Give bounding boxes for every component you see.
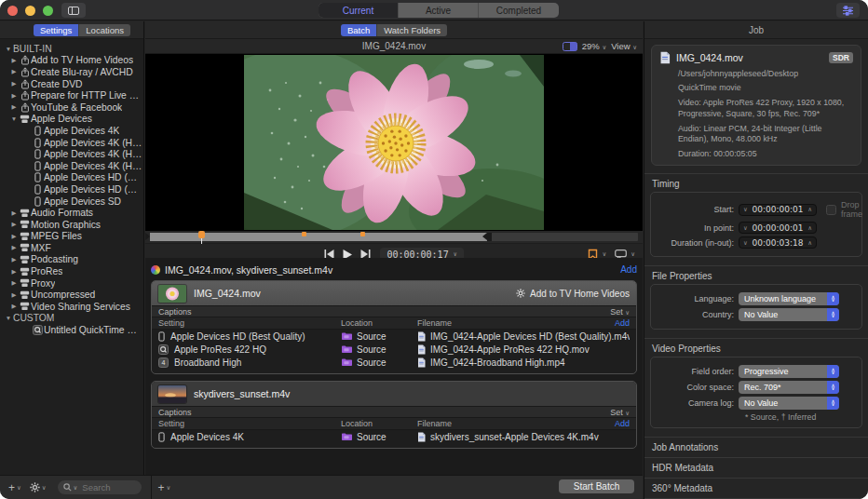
add-to-batch-button[interactable]: +∨	[158, 481, 171, 494]
output-row[interactable]: Apple Devices HD (Best Quality)SourceIMG…	[152, 330, 636, 343]
captions-row[interactable]: CaptionsSet ∨	[152, 406, 636, 418]
job-header[interactable]: IMG_0424.movAdd to TV Home Videos	[152, 281, 636, 305]
sidebar-item-create-dvd[interactable]: ▶Create DVD	[0, 78, 143, 90]
sidebar-item-proxy[interactable]: ▶Proxy	[0, 277, 143, 290]
batch-group-header[interactable]: IMG_0424.mov, skydivers_sunset.m4v Add	[151, 263, 637, 276]
sidebar-item-apple-devices-sd[interactable]: Apple Devices SD	[0, 196, 143, 208]
sidebar-item-mxf[interactable]: ▶MXF	[0, 242, 143, 254]
captions-row[interactable]: CaptionsSet ∨	[152, 305, 636, 317]
close-window-button[interactable]	[7, 6, 18, 16]
tab-batch[interactable]: Batch	[341, 24, 377, 36]
preview-viewer[interactable]	[145, 54, 643, 231]
timeline-scrubber[interactable]	[145, 231, 643, 244]
disclosure-icon[interactable]: ▶	[9, 209, 19, 217]
field-order-popup[interactable]: Progressive∧∨	[739, 365, 839, 378]
sidebar-item-podcasting[interactable]: ▶Podcasting	[0, 254, 143, 266]
sidebar-item-apple-devices-4k-hevc[interactable]: Apple Devices 4K (HEVC…	[0, 148, 143, 160]
add-output-link[interactable]: Add	[615, 419, 630, 428]
job-header[interactable]: skydivers_sunset.m4v	[152, 382, 636, 406]
in-point-handle[interactable]	[145, 233, 150, 240]
disclosure-icon[interactable]: ▶	[9, 80, 19, 88]
hdr-metadata-section[interactable]: HDR Metadata	[644, 457, 868, 478]
in-point-stepper[interactable]: ∨00:00:00:01∧	[739, 222, 817, 234]
settings-action-menu[interactable]: ∨	[30, 482, 47, 492]
sidebar-toggle-button[interactable]	[61, 3, 86, 18]
sidebar-item-prores[interactable]: ▶ProRes	[0, 265, 143, 277]
inspector-toggle-button[interactable]	[836, 3, 860, 18]
add-job-link[interactable]: Add	[620, 264, 637, 275]
sidebar-item-create-blu-ray-avchd[interactable]: ▶Create Blu-ray / AVCHD	[0, 66, 143, 78]
sidebar-item-uncompressed[interactable]: ▶Uncompressed	[0, 289, 143, 301]
search-input[interactable]	[80, 481, 134, 493]
sidebar-item-add-to-tv-home-videos[interactable]: ▶Add to TV Home Videos	[0, 55, 143, 67]
output-row[interactable]: Apple ProRes 422 HQSourceIMG_0424-Apple …	[152, 343, 636, 356]
language-popup[interactable]: Unknown language∧∨	[739, 292, 839, 305]
sidebar-section-custom[interactable]: ▼CUSTOM	[0, 313, 143, 325]
sidebar-item-audio-formats[interactable]: ▶Audio Formats	[0, 207, 143, 219]
captions-set-dropdown[interactable]: Set ∨	[610, 408, 630, 417]
out-point-handle[interactable]	[487, 233, 492, 241]
add-output-link[interactable]: Add	[615, 318, 630, 328]
sidebar-item-apple-devices-4k-hevc[interactable]: Apple Devices 4K (HEVC…	[0, 137, 143, 149]
metadata-360-section[interactable]: 360° Metadata	[644, 478, 868, 498]
sidebar-item-prepare-for-http-live-strea[interactable]: ▶Prepare for HTTP Live Strea…	[0, 89, 143, 101]
drop-frame-checkbox[interactable]	[826, 205, 836, 215]
playhead[interactable]	[198, 231, 205, 238]
start-timecode-stepper[interactable]: ∨00:00:00:01∧	[739, 204, 817, 216]
disclosure-icon[interactable]: ▶	[9, 233, 19, 240]
color-space-popup[interactable]: Rec. 709*∧∨	[739, 381, 839, 394]
timeline-marker[interactable]	[360, 232, 365, 236]
sidebar-item-apple-devices-4k-hevc[interactable]: Apple Devices 4K (HEVC…	[0, 160, 143, 172]
job-card-skydivers-sunset-m4v[interactable]: skydivers_sunset.m4vCaptionsSet ∨Setting…	[151, 381, 637, 449]
disclosure-icon[interactable]: ▶	[9, 68, 19, 75]
sidebar-item-mpeg-files[interactable]: ▶MPEG Files	[0, 231, 143, 243]
sidebar-item-youtube-facebook[interactable]: ▶YouTube & Facebook	[0, 101, 143, 114]
disclosure-icon[interactable]: ▶	[9, 103, 19, 111]
output-row[interactable]: 4Broadband HighSourceIMG_0424-Broadband …	[152, 356, 636, 369]
job-card-img-0424-mov[interactable]: IMG_0424.movAdd to TV Home VideosCaption…	[151, 280, 637, 374]
disclosure-open-icon[interactable]: ▼	[4, 46, 13, 52]
camera-log-popup[interactable]: No Value∧∨	[739, 397, 839, 410]
tab-locations[interactable]: Locations	[79, 24, 130, 36]
timeline-track[interactable]	[150, 233, 638, 241]
disclosure-icon[interactable]: ▶	[9, 268, 19, 276]
disclosure-icon[interactable]: ▶	[9, 303, 19, 310]
view-dropdown[interactable]: View ∨	[611, 41, 637, 51]
sidebar-item-apple-devices-hd-most[interactable]: Apple Devices HD (Most…	[0, 183, 143, 196]
tab-active[interactable]: Active	[399, 3, 479, 18]
sidebar-item-untitled-quicktime-movie[interactable]: Untitled QuickTime Movie	[0, 324, 143, 336]
disclosure-icon[interactable]: ▶	[9, 244, 19, 251]
disclosure-icon[interactable]: ▶	[9, 279, 19, 287]
zoom-window-button[interactable]	[43, 6, 53, 16]
job-action-button[interactable]: Add to TV Home Videos	[516, 289, 630, 299]
disclosure-icon[interactable]: ▶	[9, 92, 19, 100]
disclosure-icon[interactable]: ▶	[9, 256, 19, 263]
compare-split-icon[interactable]	[563, 42, 577, 51]
tab-settings[interactable]: Settings	[34, 24, 79, 36]
sidebar-item-apple-devices[interactable]: ▼Apple Devices	[0, 114, 143, 126]
sidebar-item-video-sharing-services[interactable]: ▶Video Sharing Services	[0, 301, 143, 313]
captions-set-dropdown[interactable]: Set ∨	[610, 307, 630, 317]
tab-current[interactable]: Current	[319, 3, 399, 18]
timeline-marker[interactable]	[302, 232, 306, 236]
disclosure-open-icon[interactable]: ▼	[4, 315, 13, 321]
sidebar-section-built-in[interactable]: ▼BUILT-IN	[0, 43, 143, 55]
disclosure-open-icon[interactable]: ▼	[9, 115, 19, 122]
minimize-window-button[interactable]	[25, 6, 35, 16]
sidebar-item-motion-graphics[interactable]: ▶Motion Graphics	[0, 219, 143, 231]
zoom-level-dropdown[interactable]: 29% ∨	[582, 41, 606, 51]
start-batch-button[interactable]: Start Batch	[559, 479, 634, 493]
marker-dropdown-chevron[interactable]: ∨	[602, 250, 606, 258]
country-popup[interactable]: No Value∧∨	[739, 308, 839, 321]
add-setting-button[interactable]: +∨	[8, 481, 21, 494]
caption-dropdown-chevron[interactable]: ∨	[631, 250, 635, 258]
disclosure-icon[interactable]: ▶	[9, 221, 19, 228]
sidebar-item-apple-devices-4k[interactable]: Apple Devices 4K	[0, 125, 143, 137]
duration-stepper[interactable]: ∨00:00:03:18∧	[739, 236, 817, 249]
output-row[interactable]: Apple Devices 4KSourceskydivers_sunset-A…	[152, 430, 636, 443]
sidebar-item-apple-devices-hd-best[interactable]: Apple Devices HD (Best…	[0, 172, 143, 184]
tab-watch-folders[interactable]: Watch Folders	[377, 24, 447, 36]
job-annotations-section[interactable]: Job Annotations	[644, 437, 868, 457]
disclosure-icon[interactable]: ▶	[9, 291, 19, 299]
tab-completed[interactable]: Completed	[479, 3, 559, 18]
